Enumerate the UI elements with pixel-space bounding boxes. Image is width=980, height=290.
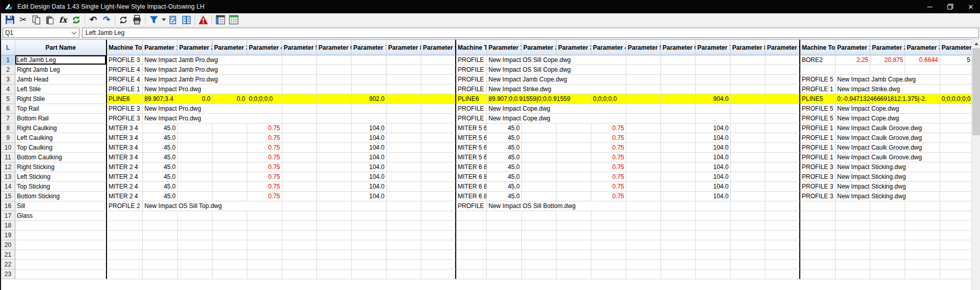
- parameter-cell[interactable]: 104.0: [352, 123, 387, 133]
- parameter-cell[interactable]: [317, 162, 352, 172]
- parameter-cell[interactable]: 45.0: [487, 172, 522, 182]
- parameter-cell[interactable]: [661, 123, 696, 133]
- machine-token-cell[interactable]: PROFILE 3: [800, 192, 836, 201]
- parameter-cell[interactable]: [765, 85, 800, 94]
- parameter-cell[interactable]: [317, 114, 352, 123]
- parameter-cell[interactable]: [421, 153, 456, 162]
- parameter-cell[interactable]: [387, 133, 421, 143]
- parameter-cell[interactable]: 104.0: [352, 133, 387, 143]
- parameter-cell[interactable]: 902.0: [352, 94, 387, 104]
- parameter-cell[interactable]: [421, 123, 456, 133]
- parameter-cell[interactable]: [487, 260, 522, 270]
- part-name-cell[interactable]: [15, 231, 107, 240]
- machine-token-cell[interactable]: PROFILE 1: [800, 153, 836, 162]
- parameter-cell[interactable]: New Impact Caulk Groove.dwg: [836, 123, 940, 133]
- parameter-cell[interactable]: [905, 201, 940, 211]
- parameter-cell[interactable]: [387, 65, 421, 75]
- part-name-cell[interactable]: Sill: [15, 201, 107, 211]
- parameter-cell[interactable]: [282, 201, 317, 211]
- parameter-cell[interactable]: [178, 221, 212, 231]
- close-button[interactable]: ✕: [961, 0, 980, 13]
- parameter-cell[interactable]: [836, 221, 870, 231]
- parameter-cell[interactable]: [352, 114, 387, 123]
- parameter-cell[interactable]: 45.0: [487, 143, 522, 153]
- parameter-cell[interactable]: [317, 192, 352, 201]
- parameter-cell[interactable]: [940, 221, 971, 231]
- parameter-cell[interactable]: [178, 260, 212, 270]
- parameter-cell[interactable]: [522, 250, 557, 260]
- parameter-cell[interactable]: [591, 270, 626, 279]
- parameter-cell[interactable]: 104.0: [352, 182, 387, 192]
- parameter-cell[interactable]: [696, 270, 731, 279]
- parameter-cell[interactable]: [387, 182, 421, 192]
- parameter-cell[interactable]: [212, 182, 247, 192]
- parameter-cell[interactable]: [557, 133, 591, 143]
- chevron-down-icon[interactable]: [71, 29, 77, 36]
- parameter-cell[interactable]: 89.907;3.4: [143, 94, 178, 104]
- parameter-cell[interactable]: [282, 114, 317, 123]
- parameter-cell[interactable]: [661, 240, 696, 250]
- parameter-cell[interactable]: [696, 231, 731, 240]
- parameter-cell[interactable]: [317, 172, 352, 182]
- parameter-cell[interactable]: [836, 250, 870, 260]
- parameter-cell[interactable]: [143, 231, 178, 240]
- column-header[interactable]: Parameter 8: [731, 39, 765, 55]
- parameter-cell[interactable]: [731, 94, 765, 104]
- parameter-cell[interactable]: New Impact OS Sill Bottom.dwg: [487, 201, 626, 211]
- scrollbar-thumb[interactable]: [972, 48, 980, 135]
- parameter-cell[interactable]: [940, 172, 971, 182]
- parameter-cell[interactable]: [696, 260, 731, 270]
- parameter-cell[interactable]: [282, 153, 317, 162]
- formula-input[interactable]: Left Jamb Leg: [82, 28, 979, 38]
- parameter-cell[interactable]: [731, 221, 765, 231]
- machine-token-cell[interactable]: [800, 250, 836, 260]
- parameter-cell[interactable]: New Impact Sticking.dwg: [836, 182, 940, 192]
- parameter-cell[interactable]: [696, 114, 731, 123]
- parameter-cell[interactable]: 0.75: [591, 172, 626, 182]
- parameter-cell[interactable]: New Impact OS Sill Cope.dwg: [487, 65, 626, 75]
- parameter-cell[interactable]: [731, 85, 765, 94]
- parameter-cell[interactable]: [836, 270, 870, 279]
- parameter-cell[interactable]: New Impact Strike.dwg: [836, 85, 940, 94]
- parameter-cell[interactable]: 104.0: [352, 192, 387, 201]
- parameter-cell[interactable]: [421, 94, 456, 104]
- row-number[interactable]: 18: [1, 221, 15, 231]
- machine-token-cell[interactable]: [456, 231, 487, 240]
- column-header[interactable]: Machine Token: [800, 39, 836, 55]
- machine-token-cell[interactable]: PROFILE 2: [107, 201, 143, 211]
- parameter-cell[interactable]: [661, 211, 696, 221]
- parameter-cell[interactable]: [387, 172, 421, 182]
- parameter-cell[interactable]: [212, 143, 247, 153]
- parameter-cell[interactable]: [731, 240, 765, 250]
- machine-token-cell[interactable]: PROFILE 3: [107, 55, 143, 65]
- parameter-cell[interactable]: 0;0;0;0;0: [247, 94, 282, 104]
- parameter-cell[interactable]: [522, 211, 557, 221]
- parameter-cell[interactable]: [352, 270, 387, 279]
- parameter-cell[interactable]: [317, 153, 352, 162]
- parameter-cell[interactable]: [905, 211, 940, 221]
- redo-button[interactable]: ↷: [100, 14, 113, 26]
- parameter-cell[interactable]: [282, 65, 317, 75]
- parameter-cell[interactable]: [940, 182, 971, 192]
- parameter-cell[interactable]: 0.75: [247, 123, 282, 133]
- parameter-cell[interactable]: 104.0: [352, 162, 387, 172]
- parameter-cell[interactable]: 45.0: [143, 192, 178, 201]
- row-number[interactable]: 17: [1, 211, 15, 221]
- parameter-cell[interactable]: [522, 260, 557, 270]
- machine-token-cell[interactable]: [107, 240, 143, 250]
- parameter-cell[interactable]: 0;0;0;0;0;0: [940, 94, 971, 104]
- parameter-cell[interactable]: 104.0: [352, 143, 387, 153]
- parameter-cell[interactable]: 45.0: [143, 143, 178, 153]
- column-header[interactable]: Parameter 4: [940, 39, 971, 55]
- row-number[interactable]: 2: [1, 65, 15, 75]
- parameter-cell[interactable]: [940, 123, 971, 133]
- parameter-cell[interactable]: [317, 55, 352, 65]
- parameter-cell[interactable]: [940, 114, 971, 123]
- parameter-cell[interactable]: [282, 55, 317, 65]
- parameter-cell[interactable]: [522, 221, 557, 231]
- parameter-cell[interactable]: [765, 231, 800, 240]
- machine-token-cell[interactable]: MITER 6 8: [456, 182, 487, 192]
- parameter-cell[interactable]: [661, 55, 696, 65]
- parameter-cell[interactable]: [212, 153, 247, 162]
- column-header[interactable]: Parameter 9: [765, 39, 800, 55]
